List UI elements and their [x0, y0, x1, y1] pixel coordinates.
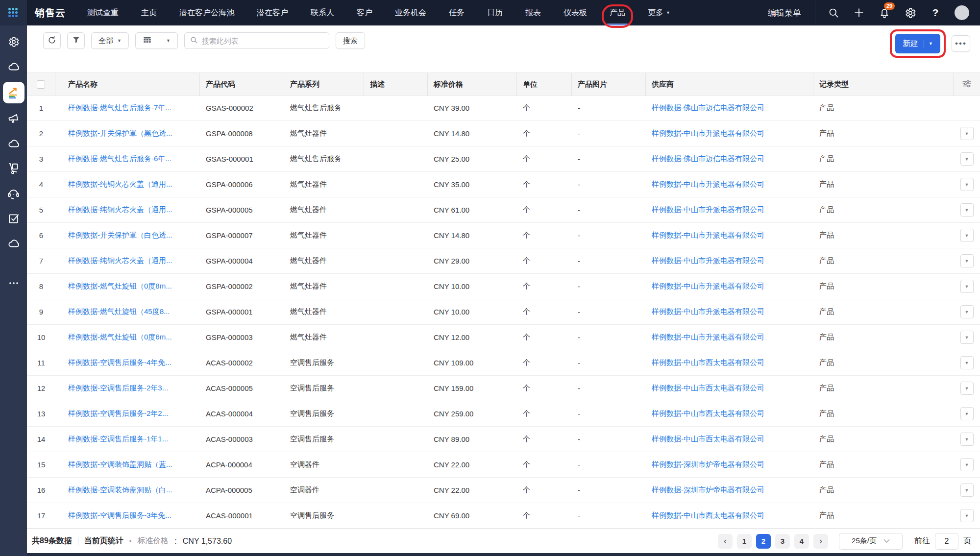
- product-name-link[interactable]: 样例数据-空调售后服务-3年免...: [68, 511, 172, 519]
- refresh-button[interactable]: [43, 32, 61, 49]
- product-name-link[interactable]: 样例数据-燃气灶旋钮（45度8...: [68, 307, 170, 315]
- row-actions-dropdown[interactable]: ▼: [960, 356, 974, 369]
- sidebar-item-hand-truck[interactable]: [6, 161, 21, 176]
- row-actions-dropdown[interactable]: ▼: [960, 127, 974, 140]
- column-header-产品名称[interactable]: 产品名称: [55, 73, 200, 96]
- new-button[interactable]: 新建 ▼: [895, 34, 940, 53]
- nav-item-产品[interactable]: 产品: [610, 0, 625, 25]
- column-header-记录类型[interactable]: 记录类型: [813, 73, 954, 96]
- supplier-link[interactable]: 样例数据-中山市西太电器有限公司: [652, 409, 764, 417]
- sidebar-item-cloud[interactable]: [6, 136, 21, 151]
- product-name-link[interactable]: 样例数据-空调售后服务-2年2...: [68, 409, 168, 417]
- row-actions-dropdown[interactable]: ▼: [960, 433, 974, 446]
- supplier-link[interactable]: 样例数据-中山市升派电器有限公司: [652, 205, 764, 214]
- list-filter-dropdown[interactable]: 全部 ▼: [91, 32, 129, 49]
- row-actions-dropdown[interactable]: ▼: [960, 331, 974, 344]
- nav-item-测试查重[interactable]: 测试查重: [87, 0, 119, 25]
- supplier-link[interactable]: 样例数据-中山市西太电器有限公司: [652, 511, 764, 519]
- nav-item-仪表板[interactable]: 仪表板: [564, 0, 587, 25]
- edit-menu-button[interactable]: 编辑菜单: [768, 7, 801, 19]
- sidebar-item-megaphone[interactable]: [6, 111, 21, 126]
- page-button-1[interactable]: 1: [737, 534, 752, 549]
- row-actions-dropdown[interactable]: ▼: [960, 509, 974, 522]
- sidebar-item-cloud[interactable]: [6, 59, 21, 74]
- column-header-产品图片[interactable]: 产品图片: [572, 73, 646, 96]
- notifications-button[interactable]: 29: [878, 6, 891, 19]
- page-button-3[interactable]: 3: [775, 534, 790, 549]
- select-all-checkbox[interactable]: [37, 80, 45, 89]
- nav-item-客户[interactable]: 客户: [357, 0, 372, 25]
- column-header-描述[interactable]: 描述: [364, 73, 428, 96]
- more-actions-button[interactable]: •••: [952, 35, 970, 52]
- product-name-link[interactable]: 样例数据-空调售后服务-2年3...: [68, 384, 168, 392]
- column-header-供应商[interactable]: 供应商: [646, 73, 813, 96]
- next-page-button[interactable]: ›: [813, 534, 828, 549]
- product-name-link[interactable]: 样例数据-纯铜火芯火盖（通用...: [68, 256, 172, 265]
- supplier-link[interactable]: 样例数据-中山市升派电器有限公司: [652, 129, 764, 137]
- row-actions-dropdown[interactable]: ▼: [960, 305, 974, 318]
- nav-item-报表[interactable]: 报表: [525, 0, 541, 25]
- supplier-link[interactable]: 样例数据-中山市升派电器有限公司: [652, 307, 764, 315]
- sidebar-item-gear[interactable]: [6, 34, 21, 49]
- supplier-link[interactable]: 样例数据-中山市西太电器有限公司: [652, 384, 764, 392]
- user-avatar[interactable]: [955, 5, 969, 20]
- app-grid-icon[interactable]: [0, 0, 27, 25]
- row-actions-dropdown[interactable]: ▼: [960, 254, 974, 267]
- product-name-link[interactable]: 样例数据-开关保护罩（黑色透...: [68, 129, 172, 137]
- page-size-select[interactable]: 25条/页: [839, 533, 903, 550]
- supplier-link[interactable]: 样例数据-中山市升派电器有限公司: [652, 231, 764, 239]
- product-name-link[interactable]: 样例数据-燃气灶售后服务-6年...: [68, 154, 172, 163]
- supplier-link[interactable]: 样例数据-中山市升派电器有限公司: [652, 180, 764, 188]
- product-name-link[interactable]: 样例数据-燃气灶旋钮（0度6m...: [68, 333, 172, 341]
- product-name-link[interactable]: 样例数据-纯铜火芯火盖（通用...: [68, 205, 172, 214]
- search-input[interactable]: [202, 37, 324, 45]
- nav-item-任务[interactable]: 任务: [449, 0, 465, 25]
- filter-button[interactable]: [67, 32, 85, 49]
- product-name-link[interactable]: 样例数据-空调装饰盖洞贴（白...: [68, 485, 172, 494]
- product-name-link[interactable]: 样例数据-空调装饰盖洞贴（蓝...: [68, 460, 172, 468]
- column-header-产品系列[interactable]: 产品系列: [284, 73, 364, 96]
- nav-item-潜在客户公海池[interactable]: 潜在客户公海池: [179, 0, 234, 25]
- column-settings-button[interactable]: [954, 73, 980, 96]
- supplier-link[interactable]: 样例数据-深圳市炉帝电器有限公司: [652, 460, 764, 468]
- nav-item-联系人[interactable]: 联系人: [311, 0, 334, 25]
- supplier-link[interactable]: 样例数据-中山市升派电器有限公司: [652, 333, 764, 341]
- product-name-link[interactable]: 样例数据-开关保护罩（白色透...: [68, 231, 172, 239]
- product-name-link[interactable]: 样例数据-燃气灶旋钮（0度8m...: [68, 282, 172, 290]
- supplier-link[interactable]: 样例数据-中山市升派电器有限公司: [652, 256, 764, 265]
- row-actions-dropdown[interactable]: ▼: [960, 203, 974, 217]
- column-header-单位[interactable]: 单位: [517, 73, 572, 96]
- nav-item-更多[interactable]: 更多▼: [648, 0, 670, 25]
- supplier-link[interactable]: 样例数据-佛山市迈信电器有限公司: [652, 154, 764, 163]
- product-name-link[interactable]: 样例数据-空调售后服务-1年1...: [68, 435, 168, 443]
- sidebar-item-task-check[interactable]: [6, 211, 21, 226]
- supplier-link[interactable]: 样例数据-深圳市炉帝电器有限公司: [652, 485, 764, 494]
- view-switch-dropdown[interactable]: ▼: [135, 32, 178, 49]
- product-name-link[interactable]: 样例数据-燃气灶售后服务-7年...: [68, 103, 172, 112]
- quick-create-button[interactable]: [853, 6, 865, 19]
- sidebar-item-ellipsis[interactable]: [6, 276, 21, 290]
- row-actions-dropdown[interactable]: ▼: [960, 280, 974, 293]
- row-actions-dropdown[interactable]: ▼: [960, 229, 974, 242]
- page-button-4[interactable]: 4: [794, 534, 809, 549]
- prev-page-button[interactable]: ‹: [718, 534, 733, 549]
- sidebar-item-crm-logo-active[interactable]: [3, 82, 24, 103]
- nav-item-业务机会[interactable]: 业务机会: [395, 0, 426, 25]
- column-header-产品代码[interactable]: 产品代码: [200, 73, 284, 96]
- supplier-link[interactable]: 样例数据-佛山市迈信电器有限公司: [652, 103, 764, 112]
- supplier-link[interactable]: 样例数据-中山市西太电器有限公司: [652, 358, 764, 366]
- row-actions-dropdown[interactable]: ▼: [960, 407, 974, 420]
- nav-item-日历[interactable]: 日历: [487, 0, 503, 25]
- row-actions-dropdown[interactable]: ▼: [960, 382, 974, 395]
- row-actions-dropdown[interactable]: ▼: [960, 483, 974, 497]
- column-header-标准价格[interactable]: 标准价格: [428, 73, 517, 96]
- supplier-link[interactable]: 样例数据-中山市西太电器有限公司: [652, 435, 764, 443]
- nav-item-潜在客户[interactable]: 潜在客户: [257, 0, 288, 25]
- goto-page-input[interactable]: [935, 533, 958, 550]
- row-actions-dropdown[interactable]: ▼: [960, 152, 974, 166]
- sidebar-item-cloud[interactable]: [6, 236, 21, 251]
- page-button-2[interactable]: 2: [756, 534, 771, 549]
- product-name-link[interactable]: 样例数据-纯铜火芯火盖（通用...: [68, 180, 172, 188]
- product-name-link[interactable]: 样例数据-空调售后服务-4年免...: [68, 358, 172, 366]
- setup-button[interactable]: [904, 6, 916, 19]
